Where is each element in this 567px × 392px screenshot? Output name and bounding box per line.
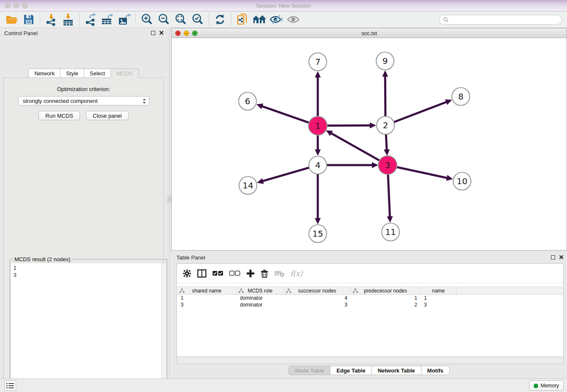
cell-mcds-role[interactable]: dominator [237, 295, 284, 301]
show-eye-button[interactable] [285, 12, 302, 27]
eye-icon [286, 14, 300, 25]
graph-node-7[interactable]: 7 [309, 53, 327, 71]
vertical-splitter-grip[interactable] [168, 195, 171, 203]
app-titlebar: Session: New Session [0, 0, 567, 11]
result-scrollbar[interactable] [161, 263, 166, 392]
table-settings-button[interactable] [183, 269, 191, 278]
graph-node-15[interactable]: 15 [309, 225, 327, 243]
zoom-out-button[interactable] [155, 12, 172, 27]
open-session-button[interactable] [3, 12, 20, 27]
table-hscrollbar[interactable] [176, 357, 564, 364]
delete-column-button[interactable] [261, 269, 268, 278]
graph-node-2[interactable]: 2 [377, 116, 394, 134]
table-row[interactable]: 3dominator323 [177, 301, 563, 308]
tab-network-table[interactable]: Network Table [372, 366, 421, 375]
column-header-name[interactable]: name [421, 287, 457, 294]
graph-edge-1-7[interactable] [315, 71, 321, 117]
float-panel-icon[interactable] [551, 255, 555, 259]
graph-edge-4-14[interactable] [257, 168, 309, 184]
zoom-selected-button[interactable] [189, 12, 206, 27]
column-header-mcds-role[interactable]: MCDS role [237, 287, 284, 294]
cell-predecessor-nodes[interactable]: 1 [351, 295, 421, 301]
graph-node-6[interactable]: 6 [239, 92, 256, 110]
tab-edge-table[interactable]: Edge Table [330, 366, 371, 375]
criterion-dropdown[interactable]: strongly connected component [18, 96, 149, 105]
column-header-shared-name[interactable]: shared name [177, 287, 237, 294]
refresh-button[interactable] [212, 12, 228, 27]
task-history-button[interactable] [4, 381, 16, 391]
graph-node-1[interactable]: 1 [308, 116, 327, 135]
cell-predecessor-nodes[interactable]: 2 [351, 301, 421, 308]
zoom-fit-button[interactable] [172, 12, 189, 27]
graph-edge-2-8[interactable] [394, 99, 452, 122]
export-network-button[interactable] [82, 12, 99, 27]
cell-mcds-role[interactable]: dominator [237, 301, 284, 308]
vertical-splitter[interactable] [169, 28, 170, 378]
toolbar-separator [209, 13, 209, 26]
run-mcds-button[interactable]: Run MCDS [39, 111, 80, 120]
cell-successor-nodes[interactable]: 3 [284, 301, 351, 308]
select-all-button[interactable] [212, 271, 223, 276]
cell-shared-name[interactable]: 1 [177, 295, 237, 301]
graph-edge-3-11[interactable] [387, 174, 393, 223]
import-network-button[interactable] [43, 12, 60, 27]
save-session-button[interactable] [20, 12, 37, 27]
column-header-predecessor-nodes[interactable]: predecessor nodes [351, 287, 421, 294]
graph-node-3[interactable]: 3 [378, 156, 397, 174]
home-button[interactable] [251, 12, 268, 27]
deselect-all-button[interactable] [229, 271, 240, 276]
tab-motifs[interactable]: Motifs [421, 366, 450, 375]
network-canvas[interactable]: 7968124314101511 [172, 38, 567, 250]
hide-panel-button[interactable] [268, 12, 285, 27]
cell-shared-name[interactable]: 3 [177, 301, 237, 308]
search-field[interactable] [439, 15, 562, 25]
memory-button[interactable]: Memory [529, 381, 564, 391]
network-window-titlebar[interactable]: ✕ − + scc.txt [172, 28, 567, 38]
graph-edge-3-10[interactable] [396, 167, 453, 181]
delete-table-button[interactable] [274, 270, 284, 277]
graph-edge-1-2[interactable] [327, 122, 376, 128]
tab-node-table[interactable]: Node Table [289, 366, 330, 375]
export-table-button[interactable] [99, 12, 116, 27]
close-panel-icon[interactable] [559, 255, 564, 259]
table-toolbar: f(x) [177, 264, 563, 283]
tab-mcds[interactable]: MCDS [110, 69, 138, 78]
search-input[interactable] [449, 15, 561, 24]
graph-node-4[interactable]: 4 [309, 156, 327, 174]
table-row[interactable]: 1dominator411 [177, 295, 563, 301]
close-panel-button[interactable]: Close panel [86, 111, 129, 120]
graph-edge-3-1[interactable] [326, 130, 380, 161]
zoom-in-button[interactable] [138, 12, 155, 27]
add-column-button[interactable] [246, 269, 255, 278]
mcds-result-text[interactable]: 1 3 [11, 263, 166, 392]
zoom-fit-icon [174, 13, 187, 26]
graph-node-14[interactable]: 14 [239, 177, 257, 194]
graph-edge-1-6[interactable] [256, 104, 309, 123]
tab-style[interactable]: Style [60, 69, 84, 78]
cell-name[interactable]: 1 [421, 295, 457, 301]
graph-edge-4-3[interactable] [327, 162, 378, 168]
duplicate-network-button[interactable] [234, 12, 251, 27]
graph-node-8[interactable]: 8 [452, 88, 470, 105]
chevron-updown-icon [142, 98, 146, 105]
toggle-panes-button[interactable] [197, 269, 206, 278]
graph-node-9[interactable]: 9 [376, 52, 394, 70]
column-header-successor-nodes[interactable]: successor nodes [284, 287, 351, 294]
float-panel-icon[interactable] [151, 31, 155, 35]
cell-name[interactable]: 3 [421, 301, 457, 308]
tab-network[interactable]: Network [28, 69, 60, 78]
cell-successor-nodes[interactable]: 4 [284, 295, 351, 301]
graph-edge-4-15[interactable] [315, 174, 321, 224]
graph-edge-2-9[interactable] [382, 70, 388, 116]
import-table-button[interactable] [60, 12, 77, 27]
table-panel-title: Table Panel [176, 254, 205, 261]
graph-node-11[interactable]: 11 [382, 223, 399, 241]
graph-edge-1-4[interactable] [315, 135, 321, 156]
hierarchy-icon [353, 288, 358, 293]
graph-node-10[interactable]: 10 [453, 172, 471, 190]
tab-select[interactable]: Select [84, 69, 110, 78]
graph-edge-2-3[interactable] [384, 134, 390, 156]
close-panel-icon[interactable] [159, 30, 164, 35]
function-builder-button[interactable]: f(x) [290, 269, 303, 278]
export-image-button[interactable] [116, 12, 133, 27]
